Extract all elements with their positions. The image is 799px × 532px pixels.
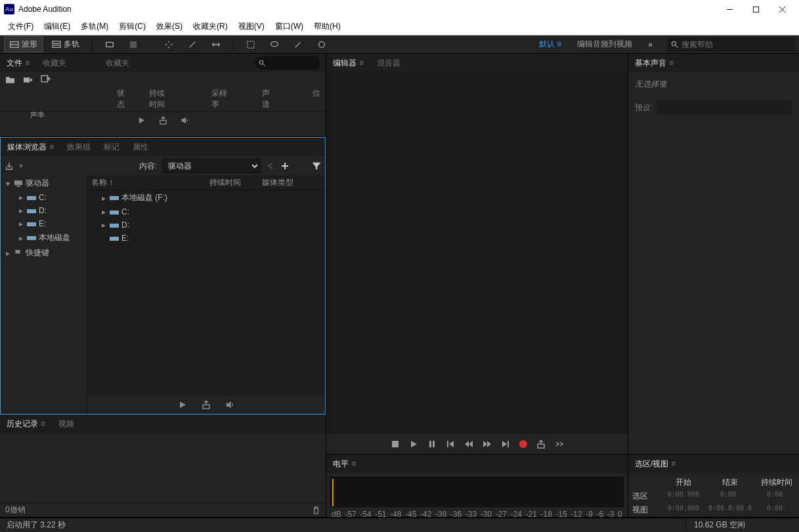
sel-start-value[interactable]: 0:00.000 <box>665 491 702 502</box>
tab-favorites[interactable]: 收藏夹 <box>41 55 68 72</box>
record-button[interactable] <box>519 440 527 448</box>
tab-history[interactable]: 历史记录≡ <box>5 416 47 432</box>
view-dur-value[interactable]: 0:00. <box>758 504 795 516</box>
autoplay-icon[interactable] <box>225 400 234 409</box>
menu-effects[interactable]: 效果(S) <box>151 19 188 34</box>
col-channels[interactable]: 声道 <box>262 88 273 110</box>
menu-help[interactable]: 帮助(H) <box>309 19 346 34</box>
col-bitdepth[interactable]: 位 <box>313 88 320 110</box>
play-icon[interactable] <box>137 116 146 125</box>
tool-hud[interactable] <box>99 37 120 52</box>
sel-end-value[interactable]: 0:00. <box>708 491 752 502</box>
menu-multitrack[interactable]: 多轨(M) <box>76 19 114 34</box>
pause-icon[interactable] <box>427 440 437 449</box>
goto-start-icon[interactable] <box>446 440 455 449</box>
tab-favorites2[interactable]: 收藏夹 <box>104 55 131 72</box>
trash-icon[interactable] <box>312 506 320 514</box>
tree-drive-local[interactable]: ▸本地磁盘 <box>1 230 87 245</box>
minimize-button[interactable] <box>716 1 743 17</box>
workspace-edit-audio-video[interactable]: 编辑音频到视频 <box>571 37 639 52</box>
help-search[interactable] <box>667 37 795 52</box>
tree-drives-root[interactable]: ▾驱动器 <box>1 176 87 191</box>
menu-clip[interactable]: 剪辑(C) <box>114 19 151 34</box>
add-shortcut-icon[interactable] <box>280 161 290 171</box>
tool-razor[interactable] <box>182 37 203 52</box>
list-item[interactable]: E: <box>87 232 325 245</box>
col-mediatype[interactable]: 媒体类型 <box>262 177 293 188</box>
export-icon[interactable] <box>159 116 167 125</box>
editor-canvas[interactable] <box>326 72 628 433</box>
menu-file[interactable]: 文件(F) <box>3 19 39 34</box>
rewind-icon[interactable] <box>464 440 473 449</box>
sel-dur-value[interactable]: 0:00. <box>758 491 795 502</box>
goto-end-icon[interactable] <box>501 440 510 449</box>
waveform-mode-button[interactable]: 波形 <box>4 36 43 52</box>
menu-edit[interactable]: 编辑(E) <box>39 19 76 34</box>
tab-files[interactable]: 文件≡ <box>5 55 31 72</box>
filter-icon[interactable] <box>312 161 321 171</box>
tab-media-browser[interactable]: 媒体浏览器≡ <box>6 139 55 155</box>
workspace-more[interactable]: » <box>641 38 659 51</box>
view-start-value[interactable]: 0:00.000 <box>665 504 702 516</box>
record-new-icon[interactable] <box>23 75 33 84</box>
col-samplerate[interactable]: 采样率 <box>211 88 228 110</box>
loop-icon[interactable] <box>536 440 546 449</box>
new-multitrack-icon[interactable] <box>41 75 51 84</box>
tab-essential-sound[interactable]: 基本声音≡ <box>634 55 675 72</box>
list-item[interactable]: ▸本地磁盘 (F:) <box>87 190 325 205</box>
play-icon[interactable] <box>409 440 418 449</box>
menu-window[interactable]: 窗口(W) <box>270 19 309 34</box>
import-icon[interactable] <box>5 161 14 171</box>
svg-rect-11 <box>248 41 255 48</box>
open-file-icon[interactable] <box>5 75 15 84</box>
tool-move[interactable] <box>158 37 179 52</box>
maximize-button[interactable] <box>743 1 769 17</box>
drive-icon <box>27 234 36 241</box>
tab-levels[interactable]: 电平≡ <box>332 456 357 472</box>
files-search[interactable] <box>255 56 320 70</box>
tool-spectral[interactable] <box>123 37 144 52</box>
list-item[interactable]: ▸C: <box>87 205 325 218</box>
tool-lasso[interactable] <box>264 37 285 52</box>
menu-view[interactable]: 视图(V) <box>233 19 270 34</box>
col-duration: 持续时间 <box>758 477 795 488</box>
fastforward-icon[interactable] <box>483 440 492 449</box>
menu-favorites[interactable]: 收藏夹(R) <box>188 19 233 34</box>
tree-drive-d[interactable]: ▸D: <box>1 204 87 217</box>
preset-dropdown[interactable] <box>657 100 792 115</box>
list-item[interactable]: ▸D: <box>87 218 325 232</box>
export-icon[interactable] <box>202 400 211 409</box>
col-name[interactable]: 名称 ↑ <box>91 177 209 188</box>
workspace-default[interactable]: 默认 ≡ <box>532 37 568 52</box>
content-dropdown[interactable]: 驱动器 <box>162 159 261 173</box>
skip-selection-icon[interactable] <box>555 440 564 449</box>
tab-markers[interactable]: 标记 <box>102 139 121 155</box>
tree-shortcuts[interactable]: ▸快捷键 <box>1 245 87 260</box>
col-duration[interactable]: 持续时间 <box>149 88 172 110</box>
multitrack-mode-button[interactable]: 多轨 <box>46 36 85 52</box>
svg-rect-38 <box>392 441 399 447</box>
tab-editor[interactable]: 编辑器≡ <box>332 55 365 72</box>
view-end-value[interactable]: 0:00.0:00.0 <box>708 504 752 516</box>
tab-selection-view[interactable]: 选区/视图≡ <box>634 456 677 472</box>
autoplay-icon[interactable] <box>181 116 189 125</box>
tab-properties[interactable]: 属性 <box>131 139 150 155</box>
back-icon[interactable] <box>266 161 275 171</box>
tool-brush[interactable] <box>288 37 309 52</box>
tool-spot-heal[interactable] <box>311 37 332 52</box>
tree-drive-e[interactable]: ▸E: <box>1 217 87 230</box>
stop-icon[interactable] <box>391 440 400 449</box>
content-label: 内容: <box>139 161 157 172</box>
tab-video[interactable]: 视频 <box>57 416 76 432</box>
level-meter[interactable] <box>330 477 624 507</box>
close-button[interactable] <box>769 1 795 17</box>
col-duration[interactable]: 持续时间 <box>209 177 262 188</box>
tree-drive-c[interactable]: ▸C: <box>1 191 87 204</box>
tool-slip[interactable] <box>205 37 227 52</box>
col-status[interactable]: 状态 <box>117 88 128 110</box>
help-search-input[interactable] <box>681 40 791 49</box>
tab-mixer[interactable]: 混音器 <box>376 55 402 72</box>
tool-marquee[interactable] <box>240 37 261 52</box>
play-icon[interactable] <box>178 400 187 409</box>
tab-effects-rack[interactable]: 效果组 <box>66 139 92 155</box>
